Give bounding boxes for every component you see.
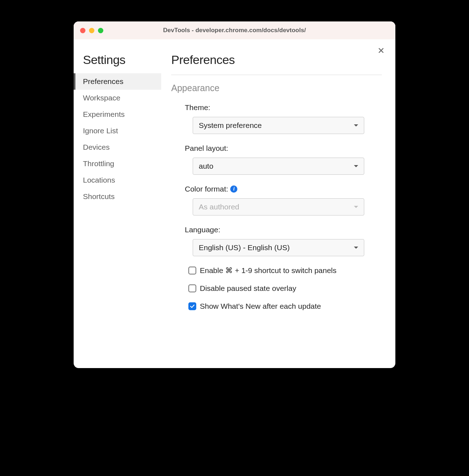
language-select[interactable]: English (US) - English (US) <box>193 239 364 256</box>
checkbox-row-2[interactable]: Show What's New after each update <box>171 302 382 311</box>
language-label: Language: <box>185 225 382 234</box>
window-title: DevTools - developer.chrome.com/docs/dev… <box>74 27 395 34</box>
sidebar-item-locations[interactable]: Locations <box>74 172 161 188</box>
language-field: Language: English (US) - English (US) <box>171 225 382 256</box>
divider <box>171 75 382 75</box>
checkbox[interactable] <box>188 284 196 292</box>
sidebar-item-devices[interactable]: Devices <box>74 139 161 155</box>
theme-select-value: System preference <box>199 121 262 130</box>
checkbox-row-0[interactable]: Enable ⌘ + 1-9 shortcut to switch panels <box>171 266 382 275</box>
panel-layout-label: Panel layout: <box>185 144 382 153</box>
checkbox-label: Show What's New after each update <box>200 302 321 311</box>
traffic-lights <box>80 28 103 33</box>
sidebar: Settings PreferencesWorkspaceExperiments… <box>74 39 161 368</box>
sidebar-item-throttling[interactable]: Throttling <box>74 155 161 172</box>
checkbox-label: Disable paused state overlay <box>200 284 296 293</box>
sidebar-item-preferences[interactable]: Preferences <box>74 73 161 90</box>
checkbox-label: Enable ⌘ + 1-9 shortcut to switch panels <box>200 266 336 275</box>
chevron-down-icon <box>354 124 358 127</box>
color-format-select-value: As authored <box>199 203 239 211</box>
close-icon[interactable]: ✕ <box>377 46 385 55</box>
theme-label: Theme: <box>185 103 382 112</box>
theme-field: Theme: System preference <box>171 103 382 134</box>
titlebar: DevTools - developer.chrome.com/docs/dev… <box>74 21 395 39</box>
main-panel: Preferences Appearance Theme: System pre… <box>161 39 395 368</box>
info-icon[interactable]: i <box>230 185 237 193</box>
checkbox[interactable] <box>188 267 196 274</box>
color-format-select: As authored <box>193 198 364 215</box>
page-title: Preferences <box>171 53 382 67</box>
window-maximize-button[interactable] <box>98 28 103 33</box>
color-format-label: Color format: i <box>185 185 382 193</box>
chevron-down-icon <box>354 206 358 208</box>
theme-select[interactable]: System preference <box>193 117 364 134</box>
sidebar-item-ignore-list[interactable]: Ignore List <box>74 123 161 139</box>
checkbox-row-1[interactable]: Disable paused state overlay <box>171 284 382 293</box>
content-area: ✕ Settings PreferencesWorkspaceExperimen… <box>74 39 395 368</box>
window-minimize-button[interactable] <box>89 28 94 33</box>
panel-layout-select-value: auto <box>199 162 213 170</box>
panel-layout-select[interactable]: auto <box>193 158 364 175</box>
section-header-appearance: Appearance <box>171 83 382 93</box>
language-select-value: English (US) - English (US) <box>199 243 290 252</box>
checkbox[interactable] <box>188 302 196 310</box>
chevron-down-icon <box>354 165 358 167</box>
sidebar-item-workspace[interactable]: Workspace <box>74 90 161 106</box>
color-format-field: Color format: i As authored <box>171 185 382 215</box>
sidebar-item-shortcuts[interactable]: Shortcuts <box>74 188 161 205</box>
panel-layout-field: Panel layout: auto <box>171 144 382 175</box>
chevron-down-icon <box>354 247 358 249</box>
devtools-window: DevTools - developer.chrome.com/docs/dev… <box>74 21 395 368</box>
sidebar-title: Settings <box>74 53 161 67</box>
window-close-button[interactable] <box>80 28 85 33</box>
sidebar-item-experiments[interactable]: Experiments <box>74 106 161 123</box>
